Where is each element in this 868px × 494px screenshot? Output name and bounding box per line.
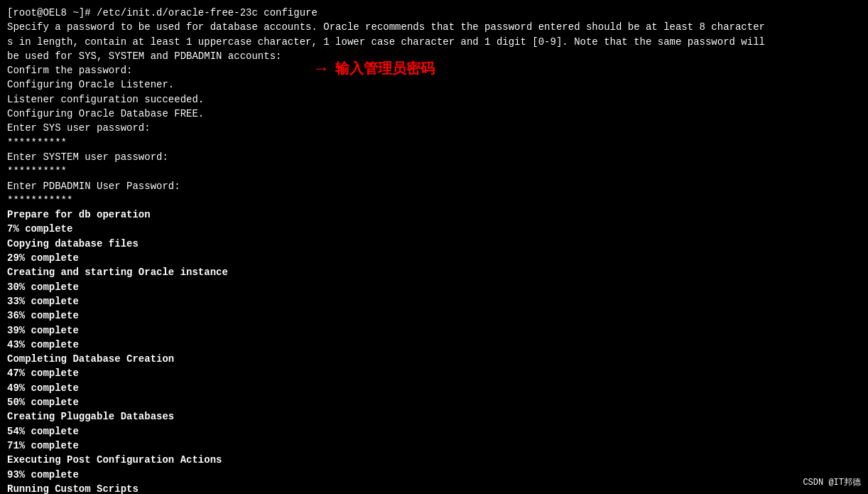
terminal-line: Creating and starting Oracle instance <box>7 265 861 279</box>
terminal-line: Creating Pluggable Databases <box>7 409 861 424</box>
terminal-line: Configuring Oracle Database FREE. <box>7 107 861 121</box>
arrow-icon: → <box>313 58 330 78</box>
terminal-line: 71% complete <box>7 439 861 453</box>
terminal-content: [root@OEL8 ~]# /etc/init.d/oracle-free-2… <box>7 6 861 494</box>
terminal-line: Listener configuration succeeded. <box>7 92 861 107</box>
terminal-line: 54% complete <box>7 424 861 439</box>
terminal-line: s in length, contain at least 1 uppercas… <box>7 35 861 49</box>
terminal-line: 47% complete <box>7 366 861 380</box>
watermark: CSDN @IT邦德 <box>803 476 861 488</box>
terminal-line: Copying database files <box>7 237 861 251</box>
terminal-line: [root@OEL8 ~]# /etc/init.d/oracle-free-2… <box>7 6 861 20</box>
terminal-window: [root@OEL8 ~]# /etc/init.d/oracle-free-2… <box>0 0 868 494</box>
terminal-line: 39% complete <box>7 323 861 338</box>
terminal-line: Specify a password to be used for databa… <box>7 20 861 34</box>
terminal-line: Enter SYSTEM user password: <box>7 150 861 164</box>
annotation-label: → 输入管理员密码 <box>313 58 435 78</box>
terminal-line: 93% complete <box>7 468 861 482</box>
terminal-line: 29% complete <box>7 251 861 265</box>
terminal-line: 36% complete <box>7 308 861 323</box>
terminal-line: Enter PDBADMIN User Password: <box>7 179 861 193</box>
terminal-line: 50% complete <box>7 395 861 409</box>
terminal-line: Executing Post Configuration Actions <box>7 453 861 467</box>
terminal-line: Enter SYS user password: <box>7 121 861 135</box>
terminal-line: 33% complete <box>7 294 861 308</box>
terminal-line: 49% complete <box>7 381 861 395</box>
terminal-line: Prepare for db operation <box>7 208 861 222</box>
terminal-line: *********** <box>7 193 861 208</box>
annotation-text: 输入管理员密码 <box>335 59 435 78</box>
terminal-line: Configuring Oracle Listener. <box>7 77 861 92</box>
terminal-line: ********** <box>7 136 861 150</box>
terminal-line: 30% complete <box>7 280 861 294</box>
terminal-line: Running Custom Scripts <box>7 482 861 494</box>
terminal-line: ********** <box>7 164 861 178</box>
terminal-line: 7% complete <box>7 222 861 236</box>
terminal-line: Completing Database Creation <box>7 352 861 366</box>
terminal-line: 43% complete <box>7 338 861 352</box>
